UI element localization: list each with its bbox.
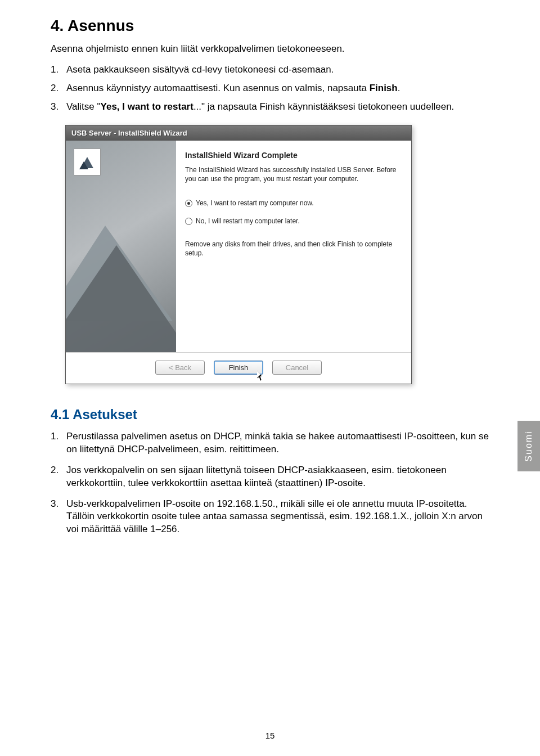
install-steps-list: Aseta pakkaukseen sisältyvä cd-levy tiet… xyxy=(51,64,489,114)
installer-description: The InstallShield Wizard has successfull… xyxy=(185,165,399,183)
finish-button[interactable]: Finish xyxy=(214,361,263,375)
page-number: 15 xyxy=(0,731,540,740)
settings-list: Perustilassa palvelimen asetus on DHCP, … xyxy=(51,430,489,537)
language-label: Suomi xyxy=(524,430,534,461)
installer-window: USB Server - InstallShield Wizard Instal… xyxy=(65,125,412,384)
list-item: Perustilassa palvelimen asetus on DHCP, … xyxy=(51,430,489,456)
list-item: Aseta pakkaukseen sisältyvä cd-levy tiet… xyxy=(51,64,489,76)
installer-sidepanel xyxy=(66,141,176,352)
decorative-triangle-icon xyxy=(66,245,176,352)
step-text: Asennus käynnistyy automaattisesti. Kun … xyxy=(66,83,370,93)
radio-label: Yes, I want to restart my computer now. xyxy=(196,199,314,207)
installer-body: InstallShield Wizard Complete The Instal… xyxy=(66,141,411,352)
list-item: Jos verkkopalvelin on sen sijaan liitett… xyxy=(51,464,489,490)
section-title: 4. Asennus xyxy=(51,17,489,35)
intro-paragraph: Asenna ohjelmisto ennen kuin liität verk… xyxy=(51,43,489,56)
step-bold: Yes, I want to restart xyxy=(101,101,194,112)
step-text: ..." ja napsauta Finish käynnistääksesi … xyxy=(194,101,454,112)
list-item: Usb-verkkopalvelimen IP-osoite on 192.16… xyxy=(51,498,489,537)
back-button[interactable]: < Back xyxy=(155,361,205,375)
radio-selected-icon xyxy=(185,200,192,207)
radio-label: No, I will restart my computer later. xyxy=(196,217,300,225)
radio-restart-now[interactable]: Yes, I want to restart my computer now. xyxy=(185,199,399,207)
step-bold: Finish xyxy=(370,83,398,93)
cancel-button[interactable]: Cancel xyxy=(272,361,322,375)
radio-unselected-icon xyxy=(185,218,192,225)
installer-remove-disks-text: Remove any disks from their drives, and … xyxy=(185,240,399,258)
subsection-title: 4.1 Asetukset xyxy=(51,407,489,422)
installer-mainpanel: InstallShield Wizard Complete The Instal… xyxy=(176,141,411,352)
installer-button-row: < Back Finish Cancel xyxy=(66,352,411,384)
step-text: Valitse " xyxy=(66,101,101,112)
installer-heading: InstallShield Wizard Complete xyxy=(185,151,399,160)
list-item: Asennus käynnistyy automaattisesti. Kun … xyxy=(51,82,489,95)
list-item: Valitse "Yes, I want to restart..." ja n… xyxy=(51,101,489,114)
svg-marker-3 xyxy=(66,245,176,352)
step-text: . xyxy=(398,83,400,93)
installshield-logo-icon xyxy=(74,148,101,176)
radio-restart-later[interactable]: No, I will restart my computer later. xyxy=(185,217,399,225)
step-text: Aseta pakkaukseen sisältyvä cd-levy tiet… xyxy=(66,64,334,75)
language-tab: Suomi xyxy=(518,421,540,471)
installer-titlebar: USB Server - InstallShield Wizard xyxy=(66,125,411,141)
